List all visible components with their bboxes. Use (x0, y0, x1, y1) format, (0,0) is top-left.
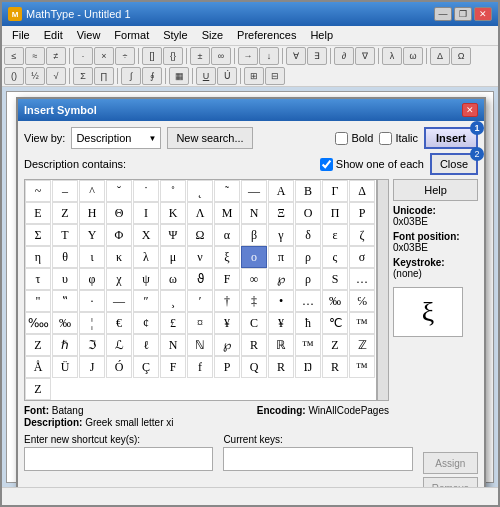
symbol-cell[interactable]: Z (25, 378, 51, 400)
symbol-cell[interactable]: ζ (349, 224, 375, 246)
tb-div[interactable]: ÷ (115, 47, 135, 65)
tb-oint[interactable]: ∮ (142, 67, 162, 85)
symbol-cell[interactable]: " (25, 290, 51, 312)
symbol-cell[interactable]: Π (322, 202, 348, 224)
symbol-cell[interactable]: – (52, 180, 78, 202)
symbol-cell[interactable]: Ç (133, 356, 159, 378)
tb-omega-cap[interactable]: Ω (451, 47, 471, 65)
symbol-cell[interactable]: ρ (295, 246, 321, 268)
tb-sqrt[interactable]: √ (46, 67, 66, 85)
symbol-cell[interactable]: Η (79, 202, 105, 224)
tb-prod[interactable]: ∏ (94, 67, 114, 85)
symbol-cell[interactable]: ℅ (349, 290, 375, 312)
symbol-cell[interactable]: θ (52, 246, 78, 268)
view-by-dropdown[interactable]: Description ▼ (71, 127, 161, 149)
symbol-cell[interactable]: P (214, 356, 240, 378)
symbol-cell[interactable]: ℤ (349, 334, 375, 356)
symbol-cell[interactable]: τ (25, 268, 51, 290)
symbol-cell[interactable]: ¥ (214, 312, 240, 334)
symbol-cell[interactable]: Θ (106, 202, 132, 224)
symbol-cell[interactable]: μ (160, 246, 186, 268)
tb-arr1[interactable]: → (238, 47, 258, 65)
symbol-cell[interactable]: ^ (79, 180, 105, 202)
symbol-cell[interactable]: Ü (52, 356, 78, 378)
insert-button[interactable]: Insert 1 (424, 127, 478, 149)
symbol-cell[interactable]: Ρ (349, 202, 375, 224)
symbol-cell[interactable]: ħ (295, 312, 321, 334)
menu-preferences[interactable]: Preferences (231, 28, 302, 43)
symbol-cell[interactable]: † (214, 290, 240, 312)
tb-delta[interactable]: Δ (430, 47, 450, 65)
current-keys-input[interactable] (223, 447, 412, 471)
symbol-cell[interactable]: R (268, 356, 294, 378)
symbol-cell[interactable]: ™ (295, 334, 321, 356)
tb-udot[interactable]: U̇ (217, 67, 237, 85)
symbol-cell[interactable]: ¤ (187, 312, 213, 334)
tb-pm[interactable]: ± (190, 47, 210, 65)
symbol-cell[interactable]: ℃ (322, 312, 348, 334)
menu-format[interactable]: Format (108, 28, 155, 43)
symbol-cell[interactable]: Κ (160, 202, 186, 224)
symbol-cell[interactable]: ς (322, 246, 348, 268)
tb-lambda[interactable]: λ (382, 47, 402, 65)
tb-nabla[interactable]: ∇ (355, 47, 375, 65)
symbol-cell[interactable]: Z (322, 334, 348, 356)
menu-edit[interactable]: Edit (38, 28, 69, 43)
symbol-cell[interactable]: ‰ (322, 290, 348, 312)
symbol-cell[interactable]: A (268, 180, 294, 202)
symbol-cell[interactable]: S (322, 268, 348, 290)
symbol-cell[interactable]: ″ (133, 290, 159, 312)
symbol-cell[interactable]: Ι (133, 202, 159, 224)
tb-for[interactable]: ∀ (286, 47, 306, 65)
tb-neq[interactable]: ≠ (46, 47, 66, 65)
tb-paren[interactable]: () (4, 67, 24, 85)
tb-approx[interactable]: ≈ (25, 47, 45, 65)
symbol-cell[interactable]: Ε (25, 202, 51, 224)
italic-checkbox[interactable] (379, 132, 392, 145)
symbol-cell[interactable]: J (79, 356, 105, 378)
tb-int[interactable]: ∫ (121, 67, 141, 85)
symbol-cell[interactable]: ι (79, 246, 105, 268)
tb-sum[interactable]: Σ (73, 67, 93, 85)
show-one-label[interactable]: Show one of each (320, 158, 424, 171)
symbol-cell[interactable]: ¢ (133, 312, 159, 334)
minimize-button[interactable]: — (434, 7, 452, 21)
symbol-cell[interactable]: ¦ (79, 312, 105, 334)
symbol-cell[interactable]: δ (295, 224, 321, 246)
symbol-cell[interactable]: ℑ (79, 334, 105, 356)
symbol-cell[interactable]: ℒ (106, 334, 132, 356)
symbol-cell[interactable]: · (79, 290, 105, 312)
symbol-cell[interactable]: f (187, 356, 213, 378)
symbol-cell[interactable]: ℘ (214, 334, 240, 356)
symbol-cell[interactable]: ~ (25, 180, 51, 202)
tb-omega[interactable]: ω (403, 47, 423, 65)
symbol-cell[interactable]: Ŋ (295, 356, 321, 378)
menu-help[interactable]: Help (304, 28, 339, 43)
symbol-cell[interactable]: ∞ (241, 268, 267, 290)
grid-scrollbar[interactable] (377, 179, 389, 401)
symbol-cell[interactable]: ‰ (52, 312, 78, 334)
symbol-cell[interactable]: N (160, 334, 186, 356)
close-dialog-button[interactable]: Close 2 (430, 153, 478, 175)
show-one-checkbox[interactable] (320, 158, 333, 171)
tb-matrix[interactable]: ▦ (169, 67, 189, 85)
remove-button[interactable]: Remove (423, 477, 478, 487)
symbol-cell[interactable]: ℘ (268, 268, 294, 290)
symbol-cell[interactable]: Z (25, 334, 51, 356)
tb-frac[interactable]: ½ (25, 67, 45, 85)
symbol-cell[interactable]: ™ (349, 312, 375, 334)
new-search-button[interactable]: New search... (167, 127, 252, 149)
symbol-cell[interactable]: ˙ (133, 180, 159, 202)
help-button[interactable]: Help (393, 179, 478, 201)
symbol-cell[interactable]: ν (187, 246, 213, 268)
symbol-cell[interactable]: ξ (214, 246, 240, 268)
symbol-cell[interactable]: υ (52, 268, 78, 290)
symbol-cell[interactable]: φ (79, 268, 105, 290)
symbol-cell[interactable]: α (214, 224, 240, 246)
symbol-cell[interactable]: κ (106, 246, 132, 268)
italic-checkbox-label[interactable]: Italic (379, 132, 418, 145)
symbol-cell[interactable]: Q (241, 356, 267, 378)
symbol-cell[interactable]: Υ (79, 224, 105, 246)
assign-button[interactable]: Assign (423, 452, 478, 474)
tb-dot[interactable]: · (73, 47, 93, 65)
